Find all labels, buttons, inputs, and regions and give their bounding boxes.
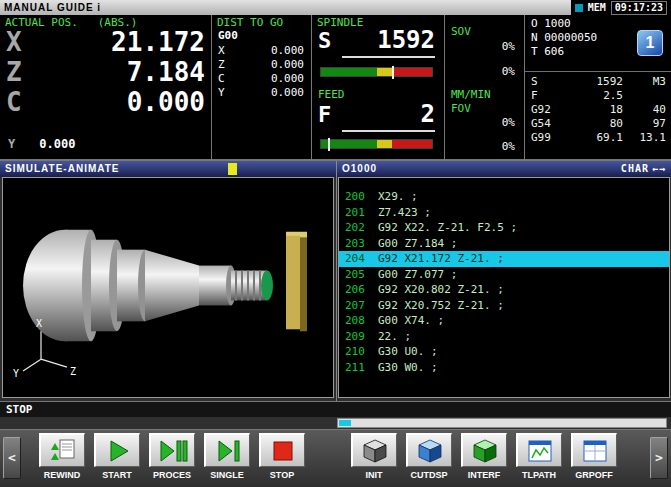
simulation-title: SIMULATE-ANIMATE xyxy=(5,161,120,177)
softkey-toolbar: < REWIND START xyxy=(0,429,671,487)
init-button[interactable]: INIT xyxy=(349,433,399,487)
app-title: MANUAL GUIDE i xyxy=(0,0,101,15)
sov-percent-2: 0% xyxy=(502,65,515,78)
axis-value: 0.000 xyxy=(271,72,304,85)
interference-button[interactable]: INTERF xyxy=(459,433,509,487)
cutting-tool-model xyxy=(286,232,307,332)
gauge-red-segment xyxy=(392,140,432,148)
program-line: 205G00 Z7.077 ; xyxy=(339,267,669,283)
rewind-button[interactable]: REWIND xyxy=(37,433,87,487)
simulation-viewport: X Y Z xyxy=(2,177,334,398)
spindle-underline xyxy=(342,56,435,58)
softkey-page-prev-button[interactable]: < xyxy=(3,437,21,479)
axis-letter: X xyxy=(6,27,22,57)
mode-badge: MEM xyxy=(588,2,606,13)
program-horizontal-scrollbar[interactable] xyxy=(337,418,667,428)
program-line: 207G92 X20.752 Z-21. ; xyxy=(339,298,669,314)
cut-display-cube-icon xyxy=(416,438,444,464)
modal-row-g99: G99 69.1 13.1 xyxy=(531,131,666,144)
modal-row-s: S 1592 M3 xyxy=(531,75,666,88)
axis-label-y: Y xyxy=(13,368,19,379)
char-cursor-indicator: CHAR ←→ xyxy=(621,161,666,177)
dist-row-z: Z 0.000 xyxy=(218,58,304,71)
simulation-panel: SIMULATE-ANIMATE xyxy=(0,161,336,401)
simulation-titlebar: SIMULATE-ANIMATE xyxy=(0,161,336,177)
feed-rate-value: 2 xyxy=(331,101,435,127)
scrollbar-row xyxy=(0,417,671,429)
titlebar: MANUAL GUIDE i MEM 09:17:23 xyxy=(0,0,671,15)
single-block-button[interactable]: SINGLE xyxy=(202,433,252,487)
feed-load-gauge xyxy=(320,139,433,149)
dist-row-c: C 0.000 xyxy=(218,72,304,85)
axis-row-y: Y 0.000 xyxy=(8,137,75,151)
program-titlebar: O1000 CHAR ←→ xyxy=(337,161,671,177)
dist-row-x: X 0.000 xyxy=(218,44,304,57)
scrollbar-thumb[interactable] xyxy=(339,420,351,426)
start-button[interactable]: START xyxy=(92,433,142,487)
spindle-feed-panel: SPINDLE S 1592 FEED F 2 xyxy=(312,15,445,159)
axis-value: 7.184 xyxy=(22,57,205,87)
start-icon xyxy=(104,438,132,464)
status-bar: STOP xyxy=(0,401,671,417)
program-number: O 1000 xyxy=(531,17,571,30)
graph-off-button[interactable]: GRPOFF xyxy=(569,433,619,487)
axis-value: 0.000 xyxy=(271,44,304,57)
graph-off-icon xyxy=(581,438,609,464)
workpiece-model xyxy=(23,230,273,341)
override-panel: SOV 0% 0% MM/MIN FOV 0% 0% xyxy=(445,15,525,159)
cnc-manual-guide-screen: MANUAL GUIDE i MEM 09:17:23 ACTUAL POS. … xyxy=(0,0,671,487)
gauge-green-segment xyxy=(321,68,377,76)
program-line: 201Z7.423 ; xyxy=(339,205,669,221)
feed-unit-label: MM/MIN xyxy=(451,88,491,101)
program-line: 20922. ; xyxy=(339,329,669,345)
active-gcode: G00 xyxy=(218,29,238,42)
softkey-page-next-button[interactable]: > xyxy=(650,437,668,479)
program-line: 203G00 Z7.184 ; xyxy=(339,236,669,252)
process-icon xyxy=(158,438,188,464)
axis-value: 0.000 xyxy=(39,137,75,151)
feed-rate-row: F 2 xyxy=(318,101,435,128)
cut-display-button[interactable]: CUTDSP xyxy=(404,433,454,487)
axis-row-x: X 21.172 xyxy=(6,27,205,57)
axis-value: 0.000 xyxy=(271,86,304,99)
axis-value: 0.000 xyxy=(271,58,304,71)
tool-number: T 606 xyxy=(531,45,564,58)
axis-letter: Z xyxy=(6,57,22,87)
program-line: 210G30 U0. ; xyxy=(339,344,669,360)
sov-label: SOV xyxy=(451,25,471,38)
dist-to-go-header: DIST TO GO xyxy=(217,16,283,29)
process-button[interactable]: PROCES xyxy=(147,433,197,487)
spindle-letter: S xyxy=(318,28,331,54)
stop-button[interactable]: STOP xyxy=(257,433,307,487)
init-cube-icon xyxy=(361,438,389,464)
program-line: 202G92 X22. Z-21. F2.5 ; xyxy=(339,220,669,236)
fov-label: FOV xyxy=(451,102,471,115)
active-tool-tile: 1 xyxy=(637,30,663,56)
program-info-panel: O 1000 N 00000050 T 606 1 S 1592 M3 F 2.… xyxy=(525,15,671,159)
gauge-yellow-segment xyxy=(377,68,393,76)
axis-letter: C xyxy=(218,72,225,85)
clock: 09:17:23 xyxy=(611,1,667,15)
modal-row-f: F 2.5 xyxy=(531,89,666,102)
fov-percent-2: 0% xyxy=(502,140,515,153)
dist-row-y: Y 0.000 xyxy=(218,86,304,99)
program-title: O1000 xyxy=(342,161,377,177)
interference-cube-icon xyxy=(471,438,499,464)
titlebar-status: MEM 09:17:23 xyxy=(571,0,671,15)
tool-path-icon xyxy=(526,438,554,464)
program-line: 211G30 W0. ; xyxy=(339,360,669,376)
mode-indicator-icon xyxy=(575,4,583,12)
axis-letter: Y xyxy=(8,137,15,151)
actual-position-panel: ACTUAL POS. (ABS.) X 21.172 Z 7.184 C 0.… xyxy=(0,15,212,159)
simulation-cursor-block xyxy=(228,163,237,175)
axis-value: 0.000 xyxy=(22,87,205,117)
program-listing: 200X29. ; 201Z7.423 ; 202G92 X22. Z-21. … xyxy=(338,177,670,398)
feed-header: FEED xyxy=(318,88,345,101)
tool-path-button[interactable]: TLPATH xyxy=(514,433,564,487)
left-right-arrows-icon: ←→ xyxy=(652,161,666,177)
rewind-icon xyxy=(49,438,77,464)
axis-row-z: Z 7.184 xyxy=(6,57,205,87)
feed-underline xyxy=(342,130,435,132)
spindle-speed-row: S 1592 xyxy=(318,27,435,54)
program-panel: O1000 CHAR ←→ 200X29. ; 201Z7.423 ; 202G… xyxy=(336,161,671,401)
